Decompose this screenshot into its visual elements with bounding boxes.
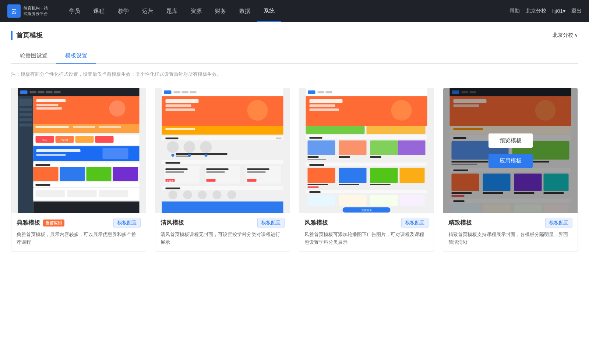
svg-rect-131 (400, 195, 425, 206)
svg-point-103 (391, 100, 412, 121)
template-card-jingzhi[interactable]: 预览模板 应用模板 精致模板 模板配置 精致首页模板支持课程展示封面，各模板分隔… (443, 88, 578, 252)
svg-rect-39 (113, 167, 138, 181)
svg-rect-101 (310, 104, 335, 107)
svg-rect-54 (166, 104, 191, 107)
svg-rect-33 (103, 148, 128, 159)
template-name-fengya: 风雅模板 (304, 219, 328, 227)
apply-button-jingzhi[interactable]: 应用模板 (489, 154, 533, 168)
template-card-qingfeng[interactable]: ¥499 (155, 88, 290, 252)
svg-rect-120 (308, 186, 319, 188)
svg-rect-109 (308, 156, 319, 158)
preview-button-jingzhi[interactable]: 预览模板 (489, 133, 533, 148)
help-link[interactable]: 帮助 (509, 8, 520, 14)
svg-rect-126 (306, 190, 427, 193)
svg-rect-46 (33, 201, 140, 213)
svg-text:¥30: ¥30 (42, 138, 47, 142)
svg-rect-6 (46, 91, 53, 93)
svg-rect-16 (36, 104, 59, 106)
svg-rect-97 (318, 91, 324, 93)
svg-point-64 (200, 141, 212, 153)
svg-rect-82 (207, 179, 216, 182)
user-menu[interactable]: lijt01▾ (552, 8, 565, 14)
svg-rect-98 (326, 91, 332, 93)
nav-item-courses[interactable]: 课程 (87, 0, 111, 22)
svg-rect-20 (36, 126, 69, 128)
config-button-jingzhi[interactable]: 模板配置 (545, 218, 572, 228)
template-name-qingfeng: 清风模板 (161, 219, 184, 227)
svg-rect-59 (162, 136, 283, 140)
template-desc-fengya: 风雅首页模板可添加轮播图下广告图片，可对课程及课程包设置学科分类展示 (304, 231, 428, 246)
svg-rect-43 (36, 190, 65, 197)
tab-template[interactable]: 模板设置 (56, 49, 96, 64)
template-preview-qingfeng: ¥499 (155, 88, 290, 213)
nav-item-students[interactable]: 学员 (63, 0, 87, 22)
svg-rect-22 (99, 126, 121, 128)
tab-carousel[interactable]: 轮播图设置 (11, 49, 56, 64)
logo-icon: 云 (7, 4, 21, 18)
navbar: 云 教育机构一站 式服务云平台 学员 课程 教学 运营 题库 资源 财务 数据 … (0, 0, 589, 22)
config-button-fengya[interactable]: 模板配置 (401, 218, 428, 228)
template-preview-fengya: 浏览更多 预览模板 应用模板 (299, 88, 434, 213)
nav-item-finance[interactable]: 财务 (208, 0, 233, 22)
svg-rect-115 (398, 140, 426, 155)
svg-point-91 (198, 190, 207, 199)
template-name-row-qingfeng: 清风模板 模板配置 (161, 218, 285, 228)
template-info-fengya: 风雅模板 模板配置 风雅首页模板可添加轮播图下广告图片，可对课程及课程包设置学科… (299, 213, 434, 251)
svg-rect-61 (276, 138, 282, 139)
svg-point-65 (172, 154, 174, 157)
nav-item-resources[interactable]: 资源 (184, 0, 208, 22)
svg-rect-69 (193, 153, 211, 155)
template-card-fengya[interactable]: 浏览更多 预览模板 应用模板 风雅模板 模板配置 风雅首页模板可添加轮播图下广告… (299, 88, 434, 252)
svg-text:¥200: ¥200 (61, 138, 68, 142)
logout-link[interactable]: 退出 (571, 8, 582, 14)
branch-link[interactable]: 北京分校 (526, 8, 546, 14)
nav-item-teaching[interactable]: 教学 (111, 0, 135, 22)
svg-rect-4 (30, 91, 36, 93)
svg-text:浏览更多: 浏览更多 (361, 209, 372, 212)
svg-rect-35 (36, 164, 50, 166)
template-name-row-fengya: 风雅模板 模板配置 (304, 218, 428, 228)
nav-item-operations[interactable]: 运营 (135, 0, 160, 22)
svg-rect-127 (310, 191, 321, 193)
nav-item-system[interactable]: 系统 (257, 0, 281, 22)
config-button-qingfeng[interactable]: 模板配置 (257, 218, 285, 228)
logo[interactable]: 云 教育机构一站 式服务云平台 (7, 4, 48, 18)
nav-item-questionbank[interactable]: 题库 (160, 0, 184, 22)
svg-rect-53 (166, 99, 199, 103)
svg-rect-106 (306, 135, 427, 139)
svg-rect-13 (20, 124, 32, 126)
template-name-row-dianye: 典雅模板 当前应用 模板配置 (17, 218, 141, 228)
nav-item-data[interactable]: 数据 (233, 0, 257, 22)
svg-rect-94 (162, 201, 283, 213)
template-card-dianye[interactable]: ¥30 ¥200 (11, 88, 146, 252)
svg-rect-86 (247, 179, 257, 182)
svg-rect-58 (166, 128, 195, 130)
svg-rect-121 (339, 168, 367, 183)
chevron-down-icon: ∨ (575, 33, 578, 38)
svg-rect-123 (370, 168, 398, 183)
svg-rect-66 (176, 153, 194, 155)
svg-rect-73 (166, 162, 180, 164)
tab-bar: 轮播图设置 模板设置 (11, 49, 578, 64)
svg-rect-110 (308, 159, 326, 160)
svg-rect-111 (339, 140, 367, 155)
config-button-dianye[interactable]: 模板配置 (113, 218, 141, 228)
svg-rect-124 (370, 184, 391, 185)
svg-rect-38 (87, 167, 112, 181)
template-overlay-jingzhi: 预览模板 应用模板 (443, 88, 578, 213)
svg-point-18 (109, 100, 126, 117)
svg-point-56 (247, 100, 268, 121)
template-name-dianye: 典雅模板 当前应用 (17, 219, 64, 227)
svg-rect-32 (36, 154, 66, 156)
template-desc-jingzhi: 精致首页模板支持课程展示封面，各模板分隔明显，界面简洁清晰 (448, 231, 572, 246)
svg-rect-96 (308, 90, 315, 94)
svg-rect-15 (36, 99, 66, 102)
svg-rect-125 (400, 168, 425, 183)
svg-rect-117 (310, 164, 324, 166)
svg-rect-17 (36, 107, 62, 110)
svg-rect-80 (207, 168, 229, 170)
branch-selector[interactable]: 北京分校 ∨ (553, 32, 578, 39)
svg-point-70 (205, 154, 208, 157)
svg-rect-55 (166, 108, 195, 111)
svg-point-92 (213, 190, 222, 199)
